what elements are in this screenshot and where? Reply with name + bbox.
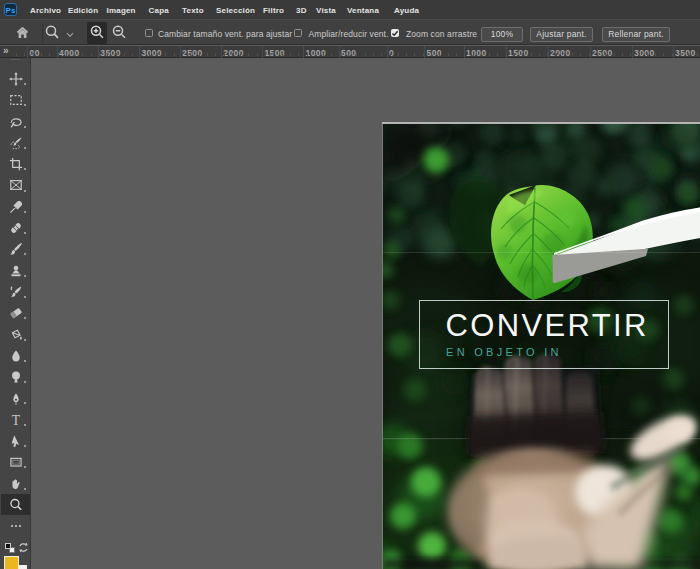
svg-text:EN OBJETO IN: EN OBJETO IN xyxy=(446,346,562,358)
svg-text:T: T xyxy=(12,413,21,427)
svg-text:CONVERTIR: CONVERTIR xyxy=(446,308,649,343)
